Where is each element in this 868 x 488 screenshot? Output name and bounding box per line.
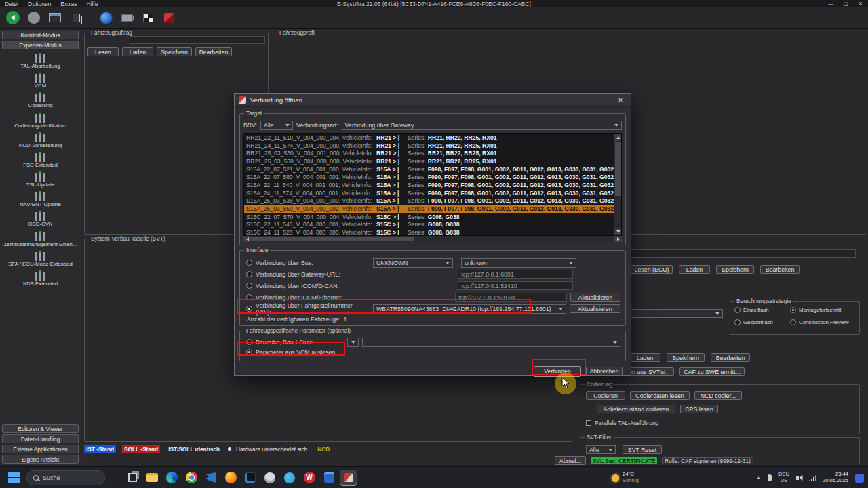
globe-icon[interactable] — [98, 9, 114, 26]
vcm-option-row[interactable]: Parameter aus VCM auslesen — [243, 347, 622, 357]
parallele-tal-checkbox[interactable] — [586, 420, 591, 426]
anlieferzustand-button[interactable]: Anlieferzustand codieren — [597, 405, 675, 413]
vscode-icon[interactable] — [203, 470, 219, 486]
sidebar-item-sfa-ecu-mode[interactable]: SFA / ECU-Mode Extended — [0, 252, 81, 267]
daten-handling-button[interactable]: Daten-Handling — [2, 434, 79, 443]
brv-select[interactable]: Alle — [260, 121, 293, 130]
github-icon[interactable] — [262, 470, 278, 486]
sidebar-item-vcm[interactable]: VCM — [0, 74, 81, 89]
baureihe-select-small[interactable] — [347, 338, 359, 347]
svt-reset-button[interactable]: SVT Reset — [623, 445, 662, 454]
abmelden-button[interactable]: Abmel... — [555, 456, 586, 465]
close-icon[interactable]: ✕ — [853, 0, 868, 7]
target-list-row[interactable]: S15A_24_11_574_V_004_000_001, VehicleInf… — [244, 189, 614, 197]
sidebar-item-tsl-update[interactable]: TSL-Update — [0, 173, 81, 188]
menu-optionen[interactable]: Optionen — [23, 0, 56, 7]
svt-laden-button[interactable]: Laden — [629, 353, 660, 362]
target-list-row[interactable]: S15C_24_11_520_V_004_000_000, VehicleInf… — [244, 228, 614, 236]
cps-lesen-button[interactable]: CPS lesen — [680, 405, 718, 413]
caf-zu-swe-button[interactable]: CAF zu SWE ermitt... — [679, 367, 745, 376]
bus-option-row[interactable]: Verbindung über Bus: UNKNOWN unknown — [243, 257, 622, 268]
svt-bearbeiten-button[interactable]: Bearbeiten — [711, 353, 750, 362]
verbindungsart-select[interactable]: Verbindung über Gateway — [342, 121, 622, 130]
radio-vcm[interactable] — [246, 349, 252, 355]
checkered-flag-icon[interactable] — [140, 9, 156, 26]
menu-datei[interactable]: Datei — [0, 0, 23, 7]
chrome-icon[interactable] — [183, 470, 199, 486]
ecu-bearbeiten-button[interactable]: Bearbeiten — [760, 265, 800, 274]
target-list-row[interactable]: S15A_22_07_521_V_004_001_000, VehicleInf… — [244, 165, 614, 174]
fahrzeugauftrag-input[interactable] — [130, 36, 265, 44]
radio-baureihe[interactable] — [246, 339, 252, 345]
bus-select-2[interactable]: unknown — [461, 258, 576, 268]
target-list-row-selected[interactable]: S15A_25_03_550_V_004_000_002, VehicleInf… — [244, 205, 614, 213]
bus-select-1[interactable]: UNKNOWN — [373, 258, 453, 268]
radio-einzelflash[interactable] — [734, 307, 741, 313]
copy-icon[interactable] — [68, 9, 84, 26]
dialog-close-icon[interactable]: ✕ — [610, 94, 631, 107]
abbrechen-button[interactable]: Abbrechen — [586, 367, 623, 376]
sidebar-item-ncd-vorbereitung[interactable]: NCD-Vorbereitung — [0, 134, 81, 148]
dcan-option-row[interactable]: Verbindung über ICOM/D-CAN: tcp://127.0.… — [243, 280, 622, 291]
sidebar-item-fsc-extended[interactable]: FSC Extended — [0, 153, 81, 168]
svt-filter-select[interactable]: Alle — [586, 445, 616, 454]
gateway-option-row[interactable]: Verbindung über Gateway-URL: tcp://127.0… — [243, 268, 622, 280]
window-grid-icon[interactable] — [47, 9, 63, 26]
target-list-row[interactable]: S15A_22_07_580_V_004_001_001, VehicleInf… — [244, 173, 614, 181]
firefox-icon[interactable] — [222, 470, 239, 486]
telegram-icon[interactable] — [281, 470, 298, 486]
start-button[interactable] — [5, 470, 22, 486]
option-construction-preview[interactable]: Construction Preview — [790, 319, 849, 325]
terminal-icon[interactable] — [242, 470, 258, 486]
sidebar-item-codierung[interactable]: Codierung — [0, 94, 81, 108]
parallele-tal-option[interactable]: Parallele TAL-Ausführung — [586, 420, 658, 426]
ecu-laden-button[interactable]: Laden — [679, 265, 710, 274]
option-gesamtflash[interactable]: Gesamtflash — [734, 319, 773, 325]
horizontal-scrollbar[interactable] — [243, 236, 622, 242]
weather-widget[interactable]: 24°CSonnig — [612, 467, 639, 488]
icom-ethernet-field[interactable]: tcp://127.0.0.1:50160 — [455, 293, 567, 302]
scrollbar-thumb[interactable] — [615, 142, 621, 196]
sidebar-item-nav-ent-update[interactable]: NAV/ENT-Update — [0, 192, 81, 207]
editoren-viewer-button[interactable]: Editoren & Viewer — [2, 424, 79, 433]
store-icon[interactable] — [321, 470, 337, 486]
target-list-row[interactable]: S15C_22_11_543_V_004_000_001, VehicleInf… — [244, 221, 614, 229]
vin-option-row[interactable]: Verbindung über Fahrgestellnummer (VIN):… — [243, 303, 622, 314]
scroll-left-icon[interactable] — [243, 236, 251, 242]
strategie-select[interactable] — [631, 309, 723, 318]
target-list-row[interactable]: S15A_22_11_540_V_004_002_001, VehicleInf… — [244, 181, 614, 189]
tray-expand-icon[interactable] — [757, 476, 761, 479]
target-list-row[interactable]: S15C_22_07_570_V_004_000_004, VehicleInf… — [244, 213, 614, 221]
radio-icom-ethernet[interactable] — [246, 294, 252, 300]
scrollbar-thumb[interactable] — [251, 237, 414, 241]
option-montagefortschritt[interactable]: Montagefortschritt — [790, 307, 841, 313]
target-list-row[interactable]: RR21_25_03_550_V_004_000_000, VehicleInf… — [244, 157, 614, 165]
radio-construction-preview[interactable] — [790, 319, 796, 325]
disconnect-icon[interactable] — [161, 9, 177, 26]
externe-applikationen-button[interactable]: Externe Applikationen — [2, 445, 79, 453]
fa-laden-button[interactable]: Laden — [122, 47, 153, 56]
ecu-speichern-button[interactable]: Speichern — [716, 265, 754, 274]
target-list-row[interactable]: RR21_24_11_574_V_004_000_000, VehicleInf… — [244, 142, 614, 150]
icom-dcan-field[interactable]: tcp://127.0.0.1:52410 — [458, 281, 573, 290]
radio-gesamtflash[interactable] — [734, 319, 741, 325]
target-list-row[interactable]: RR21_25_03_530_V_004_001_000, VehicleInf… — [244, 149, 614, 157]
notification-badge[interactable] — [855, 474, 864, 483]
network-icon[interactable] — [809, 475, 816, 481]
sidebar-item-kds-extended[interactable]: KDS Extended — [0, 272, 81, 287]
maximize-icon[interactable]: ▢ — [838, 0, 853, 7]
volume-icon[interactable] — [796, 476, 802, 480]
aktualisieren-ethernet-button[interactable]: Aktualisieren — [570, 293, 620, 302]
gateway-url-field[interactable]: tcp://127.0.0.1:6801 — [458, 270, 573, 279]
radio-vin[interactable] — [246, 306, 252, 312]
radio-gateway-url[interactable] — [246, 271, 252, 277]
svt-speichern-button[interactable]: Speichern — [667, 353, 705, 362]
fa-lesen-button[interactable]: Lesen — [87, 47, 119, 56]
baureihe-option-row[interactable]: Baureihe, Bau-I-Stufe — [243, 337, 622, 347]
microphone-icon[interactable] — [768, 474, 772, 481]
fa-bearbeiten-button[interactable]: Bearbeiten — [195, 47, 232, 56]
sidebar-item-zertifikatsmanagement[interactable]: Zertifikatsmanagement Exten... — [0, 232, 81, 247]
eigene-ansicht-button[interactable]: Eigene Ansicht — [2, 455, 79, 464]
menu-extras[interactable]: Extras — [56, 0, 81, 7]
fa-speichern-button[interactable]: Speichern — [157, 47, 192, 56]
